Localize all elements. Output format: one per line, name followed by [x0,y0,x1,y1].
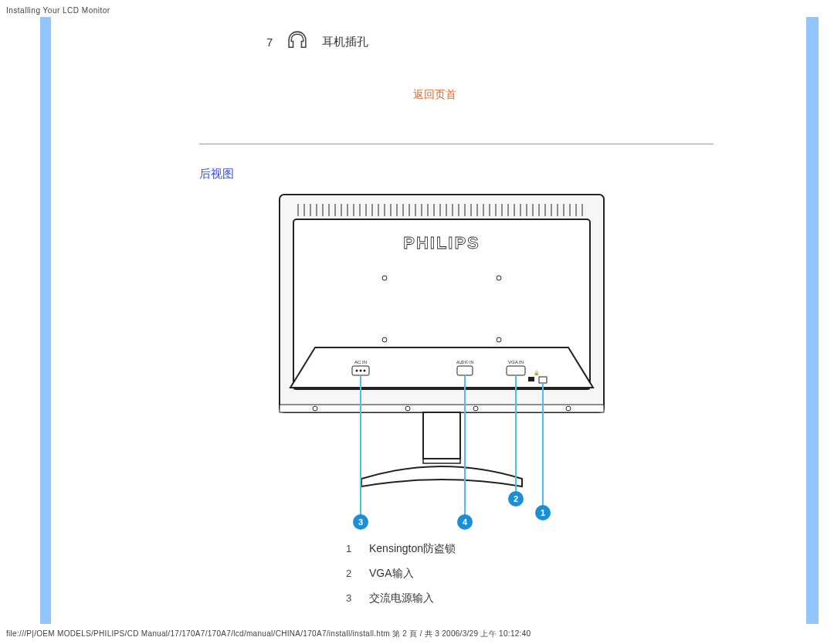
list-num-2: 2 [346,568,369,579]
svg-rect-72 [423,412,460,459]
svg-text:3: 3 [358,517,363,527]
item-number-7: 7 [266,36,273,49]
main-content: 7 耳机插孔 返回页首 后视图 PHILIPS [54,17,803,624]
rear-view-heading: 后视图 [199,167,234,181]
list-item: 1 Kensington防盗锁 [346,542,456,556]
list-num-3: 3 [346,592,369,604]
headphone-icon [286,29,308,54]
svg-rect-56 [528,377,534,381]
svg-text:🔒: 🔒 [534,370,540,376]
page-footer-path: file:///P|/OEM MODELS/PHILIPS/CD Manual/… [6,629,531,639]
list-label-3: 交流电源输入 [369,591,434,605]
svg-text:AC IN: AC IN [354,360,367,364]
list-label-1: Kensington防盗锁 [369,542,456,556]
svg-text:VGA IN: VGA IN [508,360,524,364]
svg-text:1: 1 [541,508,545,517]
svg-point-62 [360,370,362,372]
brand-logo: PHILIPS [403,233,480,253]
svg-point-63 [364,370,366,372]
item-7-label: 耳机插孔 [322,35,368,49]
svg-rect-67 [280,405,604,412]
svg-text:AUDIO IN: AUDIO IN [456,360,474,364]
right-decorative-bar [806,17,819,624]
list-item: 2 VGA输入 [346,567,456,581]
rear-labels-list: 1 Kensington防盗锁 2 VGA输入 3 交流电源输入 [346,542,456,616]
list-num-1: 1 [346,543,369,554]
front-item-7: 7 耳机插孔 [266,29,368,54]
left-decorative-bar [40,17,51,624]
list-item: 3 交流电源输入 [346,591,456,605]
rear-monitor-diagram: PHILIPS 🔒 VGA IN AC IN AUDIO IN [269,185,615,536]
section-divider [199,144,714,144]
page-header-path: Installing Your LCD Monitor [6,6,110,15]
back-to-top-link[interactable]: 返回页首 [413,88,456,102]
svg-text:4: 4 [463,517,468,527]
svg-point-61 [356,370,358,372]
svg-text:2: 2 [514,494,518,503]
list-label-2: VGA输入 [369,567,414,581]
